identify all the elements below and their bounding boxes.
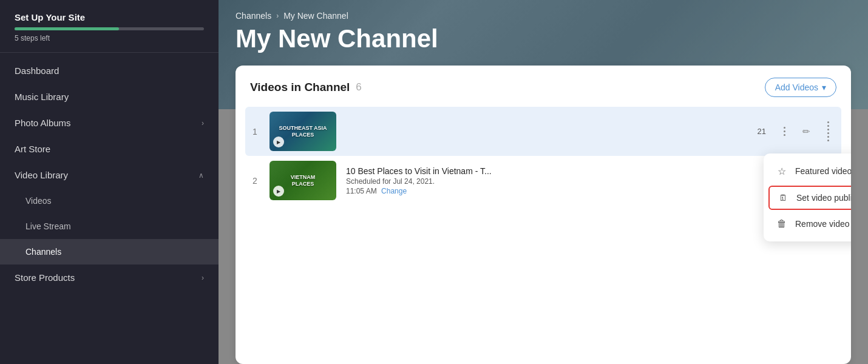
breadcrumb-current: My New Channel xyxy=(283,11,348,21)
video-schedule: Scheduled for Jul 24, 2021. xyxy=(346,177,810,186)
breadcrumb-parent[interactable]: Channels xyxy=(236,11,271,21)
setup-title: Set Up Your Site xyxy=(15,12,204,22)
sidebar-item-label: Art Store xyxy=(15,144,50,154)
sidebar-item-videos[interactable]: Videos xyxy=(0,188,219,214)
sidebar-item-label: Video Library xyxy=(15,170,68,180)
sidebar-item-label: Channels xyxy=(25,247,61,257)
main-content: Channels › My New Channel My New Channel… xyxy=(219,0,868,364)
sidebar-item-label: Dashboard xyxy=(15,66,59,76)
edit-icon[interactable]: ✏ xyxy=(798,123,815,140)
chevron-right-icon: › xyxy=(202,274,204,282)
play-button[interactable]: ▶ xyxy=(273,186,284,197)
thumb-label: VIETNAMPLACES xyxy=(291,174,316,187)
drag-handle-icon[interactable] xyxy=(819,123,836,140)
play-button[interactable]: ▶ xyxy=(273,136,284,147)
sidebar-item-label: Videos xyxy=(25,196,52,206)
video-info: 10 Best Places to Visit in Vietnam - T..… xyxy=(346,166,810,195)
chevron-right-icon: › xyxy=(202,119,204,127)
video-thumbnail: SOUTHEAST ASIA PLACES ▶ xyxy=(270,112,336,151)
thumb-label: SOUTHEAST ASIA PLACES xyxy=(270,125,336,138)
table-row: 2 VIETNAMPLACES ▶ 10 Best Places to Visi… xyxy=(250,156,836,205)
dropdown-item-featured[interactable]: ☆ Featured video xyxy=(764,158,851,184)
panel-title-row: Videos in Channel 6 xyxy=(250,81,362,94)
add-videos-label: Add Videos xyxy=(775,83,818,92)
steps-left-label: 5 steps left xyxy=(15,34,204,42)
sidebar-item-music-library[interactable]: Music Library xyxy=(0,84,219,110)
dropdown-menu: ☆ Featured video 🗓 Set video publish tim… xyxy=(764,153,851,241)
progress-bar-fill xyxy=(15,27,119,30)
sidebar-item-label: Live Stream xyxy=(25,221,71,231)
breadcrumb: Channels › My New Channel xyxy=(219,0,868,21)
sidebar-item-label: Music Library xyxy=(15,92,69,102)
sidebar-item-dashboard[interactable]: Dashboard xyxy=(0,58,219,84)
schedule-time: 11:05 AM xyxy=(346,187,377,195)
dropdown-item-label: Set video publish time xyxy=(796,193,851,203)
dropdown-item-label: Remove video from channel xyxy=(795,219,851,229)
setup-section: Set Up Your Site 5 steps left xyxy=(0,0,219,53)
sidebar-item-label: Store Products xyxy=(15,272,75,283)
breadcrumb-separator: › xyxy=(276,12,279,20)
sidebar-item-photo-albums[interactable]: Photo Albums › xyxy=(0,110,219,136)
video-list: 1 SOUTHEAST ASIA PLACES ▶ 21 xyxy=(250,107,836,205)
sidebar: Set Up Your Site 5 steps left Dashboard … xyxy=(0,0,219,364)
video-thumbnail: VIETNAMPLACES ▶ xyxy=(270,161,336,200)
panel-title: Videos in Channel xyxy=(250,81,350,94)
table-row: 1 SOUTHEAST ASIA PLACES ▶ 21 xyxy=(245,107,841,156)
chevron-up-icon: ∧ xyxy=(198,171,204,180)
calendar-icon: 🗓 xyxy=(777,193,789,203)
video-views: 21 xyxy=(748,127,766,136)
row-number: 1 xyxy=(250,127,260,136)
progress-bar-container xyxy=(15,27,204,30)
more-options-icon[interactable] xyxy=(776,123,793,140)
video-count-badge: 6 xyxy=(356,81,361,93)
sidebar-nav: Dashboard Music Library Photo Albums › A… xyxy=(0,53,219,364)
row-actions: ✏ ☆ xyxy=(776,123,836,140)
content-panel: Videos in Channel 6 Add Videos ▾ 1 SOUTH… xyxy=(236,66,851,364)
dropdown-item-remove[interactable]: 🗑 Remove video from channel xyxy=(764,211,851,237)
sidebar-item-channels[interactable]: Channels xyxy=(0,239,219,265)
row-number: 2 xyxy=(250,176,260,186)
sidebar-item-video-library[interactable]: Video Library ∧ xyxy=(0,162,219,188)
change-link[interactable]: Change xyxy=(381,187,407,195)
star-icon: ☆ xyxy=(776,166,788,177)
sidebar-item-label: Photo Albums xyxy=(15,118,71,128)
sidebar-item-store-products[interactable]: Store Products › xyxy=(0,265,219,291)
sidebar-item-live-stream[interactable]: Live Stream xyxy=(0,214,219,239)
video-schedule-time: 11:05 AM Change xyxy=(346,187,810,195)
add-videos-button[interactable]: Add Videos ▾ xyxy=(765,78,836,97)
dropdown-item-label: Featured video xyxy=(795,166,851,176)
add-videos-chevron-icon: ▾ xyxy=(822,83,826,92)
sidebar-item-art-store[interactable]: Art Store xyxy=(0,136,219,162)
panel-header: Videos in Channel 6 Add Videos ▾ xyxy=(250,78,836,97)
schedule-text: Scheduled for Jul 24, 2021. xyxy=(346,177,435,186)
video-title: 10 Best Places to Visit in Vietnam - T..… xyxy=(346,166,810,176)
trash-icon: 🗑 xyxy=(776,218,788,229)
dropdown-item-publish-time[interactable]: 🗓 Set video publish time xyxy=(768,186,851,210)
page-title: My New Channel xyxy=(219,21,868,66)
